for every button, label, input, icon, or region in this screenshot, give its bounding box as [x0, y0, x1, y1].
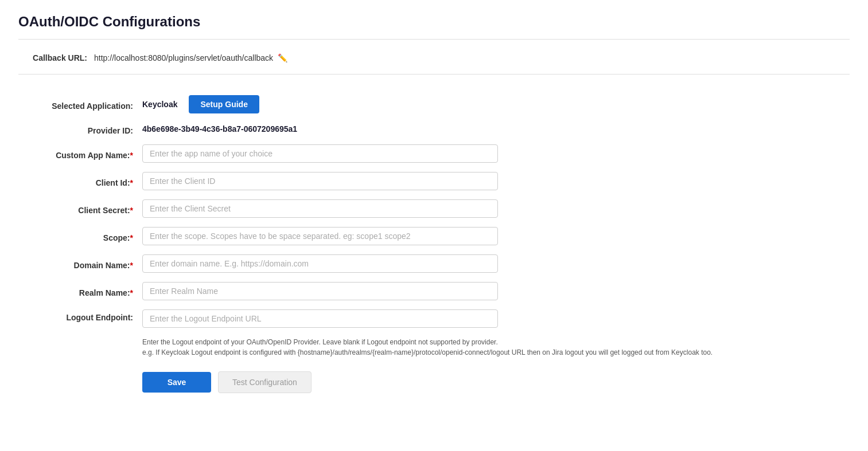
custom-app-name-input[interactable]	[142, 144, 498, 163]
scope-label: Scope:*	[18, 230, 133, 242]
realm-name-row: Realm Name:*	[18, 282, 850, 300]
custom-app-name-row: Custom App Name:*	[18, 144, 850, 163]
logout-endpoint-label: Logout Endpoint:	[18, 309, 133, 322]
logout-help-text-line1: Enter the Logout endpoint of your OAuth/…	[142, 337, 773, 347]
logout-endpoint-wrapper	[142, 309, 498, 328]
logout-endpoint-row: Logout Endpoint:	[18, 309, 850, 328]
provider-id-value: 4b6e698e-3b49-4c36-b8a7-0607209695a1	[142, 124, 297, 134]
page-title: OAuth/OIDC Configurations	[18, 14, 850, 30]
custom-app-name-label: Custom App Name:*	[18, 147, 133, 160]
scope-input[interactable]	[142, 227, 498, 245]
title-divider	[18, 39, 850, 40]
provider-id-row: Provider ID: 4b6e698e-3b49-4c36-b8a7-060…	[18, 123, 850, 135]
domain-name-label: Domain Name:*	[18, 257, 133, 270]
edit-callback-icon[interactable]: ✏️	[278, 53, 287, 62]
client-id-row: Client Id:*	[18, 172, 850, 190]
callback-url-section: Callback URL: http://localhost:8080/plug…	[18, 53, 850, 74]
scope-row: Scope:*	[18, 227, 850, 245]
form-buttons-row: Save Test Configuration	[142, 371, 850, 393]
provider-id-label: Provider ID:	[18, 123, 133, 135]
selected-application-row: Selected Application: Keycloak Setup Gui…	[18, 95, 850, 113]
client-secret-row: Client Secret:*	[18, 199, 850, 218]
callback-url-label: Callback URL:	[18, 53, 87, 62]
domain-name-row: Domain Name:*	[18, 254, 850, 273]
client-id-label: Client Id:*	[18, 175, 133, 187]
logout-endpoint-input[interactable]	[142, 309, 498, 328]
callback-url-value: http://localhost:8080/plugins/servlet/oa…	[94, 53, 273, 62]
client-id-input[interactable]	[142, 172, 498, 190]
realm-name-input[interactable]	[142, 282, 498, 300]
client-secret-label: Client Secret:*	[18, 202, 133, 215]
realm-name-label: Realm Name:*	[18, 285, 133, 297]
test-configuration-button[interactable]: Test Configuration	[218, 371, 312, 393]
selected-application-label: Selected Application:	[18, 98, 133, 111]
save-button[interactable]: Save	[142, 372, 211, 393]
form-section: Selected Application: Keycloak Setup Gui…	[18, 88, 850, 393]
selected-application-value: Keycloak	[142, 100, 177, 109]
logout-help-text: Enter the Logout endpoint of your OAuth/…	[142, 337, 773, 358]
client-secret-input[interactable]	[142, 199, 498, 218]
setup-guide-button[interactable]: Setup Guide	[189, 95, 259, 113]
domain-name-input[interactable]	[142, 254, 498, 273]
logout-help-text-line2: e.g. If Keycloak Logout endpoint is conf…	[142, 347, 773, 358]
selected-app-value-row: Keycloak Setup Guide	[142, 95, 259, 113]
